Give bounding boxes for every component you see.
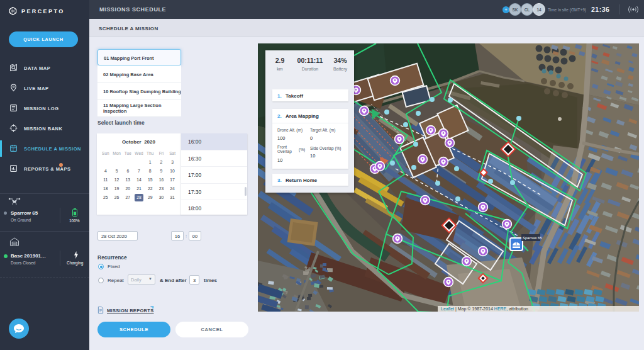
- svg-text:Leaflet | Map © 1987-2014 HERE: Leaflet | Map © 1987-2014 HERE, attribut…: [441, 307, 528, 312]
- svg-text:Sparrow 65: Sparrow 65: [523, 236, 542, 240]
